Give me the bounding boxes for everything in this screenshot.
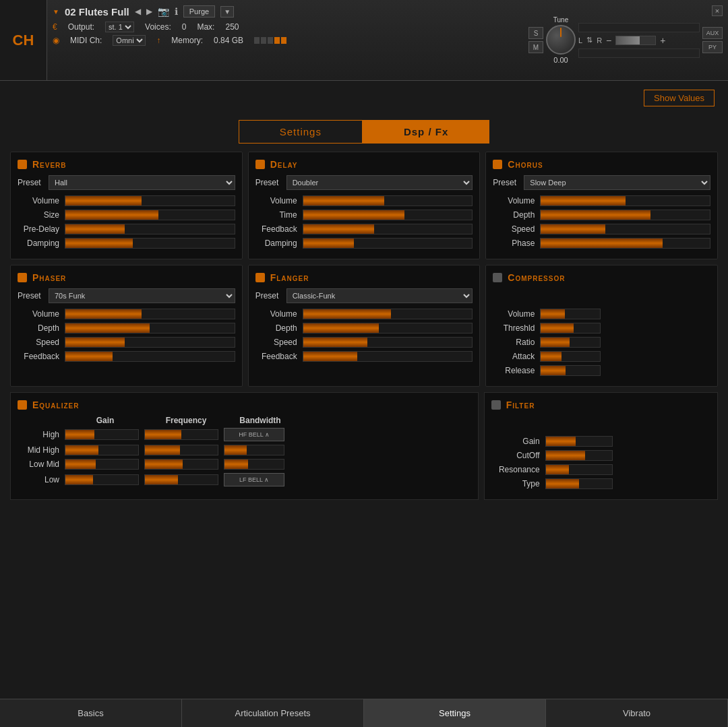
bottom-tab-settings[interactable]: Settings — [364, 699, 546, 727]
chorus-title: Chorus — [508, 159, 543, 170]
bottom-tab-settings-label: Settings — [439, 708, 471, 718]
close-button[interactable]: × — [712, 5, 723, 16]
plus-icon[interactable]: + — [660, 35, 665, 46]
delay-feedback-slider[interactable] — [303, 224, 473, 234]
flanger-speed-slider[interactable] — [303, 337, 473, 348]
next-arrow[interactable]: ▶ — [146, 7, 152, 16]
chorus-volume-slider[interactable] — [540, 195, 710, 206]
filter-gain-slider[interactable] — [545, 436, 613, 447]
flanger-feedback-slider[interactable] — [303, 351, 473, 362]
mem-seg-3 — [268, 37, 273, 44]
phaser-feedback-slider[interactable] — [65, 351, 235, 362]
tune-value: 0.00 — [553, 56, 568, 64]
l-label: L — [578, 36, 582, 44]
eq-midhigh-freq-slider[interactable] — [144, 445, 218, 455]
eq-indicator[interactable] — [18, 400, 27, 410]
reverb-damping-fill — [65, 239, 133, 248]
eq-low-gain-slider[interactable] — [65, 474, 139, 485]
eq-high-row: High HF BELL ∧ — [18, 428, 471, 441]
m-button[interactable]: M — [528, 41, 543, 53]
delay-damping-slider[interactable] — [303, 238, 473, 249]
eq-lowmid-bw-slider[interactable] — [224, 459, 284, 470]
tab-settings-button[interactable]: Settings — [239, 120, 363, 144]
compressor-volume-slider[interactable] — [540, 309, 601, 319]
phaser-speed-slider[interactable] — [65, 337, 235, 348]
delay-time-label: Time — [255, 210, 303, 220]
eq-low-freq-slider[interactable] — [144, 474, 218, 485]
memory-label: Memory: — [171, 36, 203, 45]
eq-lowmid-row: Low Mid — [18, 459, 471, 470]
reverb-predelay-fill — [65, 224, 125, 234]
phaser-preset-select[interactable]: 70s Funk — [49, 288, 235, 303]
compressor-ratio-slider[interactable] — [540, 337, 601, 348]
py-button[interactable]: PY — [702, 41, 723, 53]
reverb-damping-label: Damping — [18, 239, 65, 248]
prev-arrow[interactable]: ◀ — [135, 7, 141, 16]
delay-preset-select[interactable]: Doubler — [286, 175, 473, 190]
reverb-preset-select[interactable]: Hall — [49, 175, 235, 190]
reverb-indicator[interactable] — [18, 160, 27, 169]
bottom-tab-basics-label: Basics — [78, 708, 103, 718]
phaser-indicator[interactable] — [18, 273, 27, 282]
chorus-volume-row: Volume — [493, 195, 710, 206]
chorus-preset-select[interactable]: Slow Deep — [524, 175, 710, 190]
reverb-size-slider[interactable] — [65, 210, 235, 220]
chorus-speed-slider[interactable] — [540, 224, 710, 234]
eq-midhigh-bw-slider[interactable] — [224, 445, 284, 455]
mem-seg-5 — [281, 37, 286, 44]
bottom-tab-articulation[interactable]: Articulation Presets — [182, 699, 364, 727]
tune-knob[interactable] — [546, 25, 576, 55]
chorus-depth-label: Depth — [493, 210, 540, 220]
eq-lowmid-freq-slider[interactable] — [144, 459, 218, 470]
compressor-attack-slider[interactable] — [540, 351, 601, 362]
phaser-depth-slider[interactable] — [65, 323, 235, 334]
flanger-indicator[interactable] — [255, 273, 265, 282]
bottom-lr-slider[interactable] — [578, 49, 700, 58]
filter-type-slider[interactable] — [545, 478, 613, 489]
output-select[interactable]: st. 1 — [105, 22, 134, 32]
chorus-depth-slider[interactable] — [540, 210, 710, 220]
reverb-volume-slider[interactable] — [65, 195, 235, 206]
delay-time-slider[interactable] — [303, 210, 473, 220]
purge-button[interactable]: Purge — [183, 5, 215, 18]
s-button[interactable]: S — [528, 27, 543, 39]
reverb-damping-slider[interactable] — [65, 238, 235, 249]
output-icon: € — [53, 22, 57, 32]
eq-midhigh-gain-slider[interactable] — [65, 445, 139, 455]
flanger-volume-slider[interactable] — [303, 309, 473, 319]
filter-cutoff-slider[interactable] — [545, 450, 613, 461]
eq-low-type-button[interactable]: LF BELL ∧ — [224, 473, 284, 486]
flanger-depth-slider[interactable] — [303, 323, 473, 334]
filter-indicator[interactable] — [491, 400, 501, 410]
midi-select[interactable]: Omni — [113, 35, 146, 46]
chorus-phase-slider[interactable] — [540, 238, 710, 249]
bottom-tab-basics[interactable]: Basics — [0, 699, 182, 727]
delay-volume-slider[interactable] — [303, 195, 473, 206]
eq-high-freq-slider[interactable] — [144, 429, 218, 440]
filter-resonance-slider[interactable] — [545, 464, 613, 475]
camera-icon[interactable]: 📷 — [158, 6, 169, 17]
chorus-indicator[interactable] — [493, 160, 502, 169]
purge-arrow[interactable]: ▼ — [220, 6, 234, 18]
eq-lowmid-gain-slider[interactable] — [65, 459, 139, 470]
flanger-volume-row: Volume — [255, 309, 473, 319]
volume-slider[interactable] — [615, 36, 656, 45]
eq-high-type-button[interactable]: HF BELL ∧ — [224, 428, 284, 441]
delay-indicator[interactable] — [255, 160, 265, 169]
bottom-tab-vibrato[interactable]: Vibrato — [546, 699, 728, 727]
reverb-predelay-slider[interactable] — [65, 224, 235, 234]
compressor-release-slider[interactable] — [540, 365, 601, 376]
compressor-threshld-slider[interactable] — [540, 323, 601, 334]
phaser-volume-slider[interactable] — [65, 309, 235, 319]
tab-dsp-button[interactable]: Dsp / Fx — [363, 120, 489, 144]
show-values-button[interactable]: Show Values — [644, 90, 715, 106]
midi-icon: ◉ — [53, 36, 59, 45]
reverb-size-row: Size — [18, 210, 235, 220]
compressor-indicator[interactable] — [493, 273, 502, 282]
top-slider[interactable] — [578, 23, 700, 32]
aux-button[interactable]: AUX — [702, 27, 723, 39]
eq-high-gain-slider[interactable] — [65, 429, 139, 440]
info-icon[interactable]: ℹ — [175, 6, 178, 17]
minus-icon[interactable]: − — [606, 35, 611, 46]
flanger-preset-select[interactable]: Classic-Funk — [286, 288, 473, 303]
